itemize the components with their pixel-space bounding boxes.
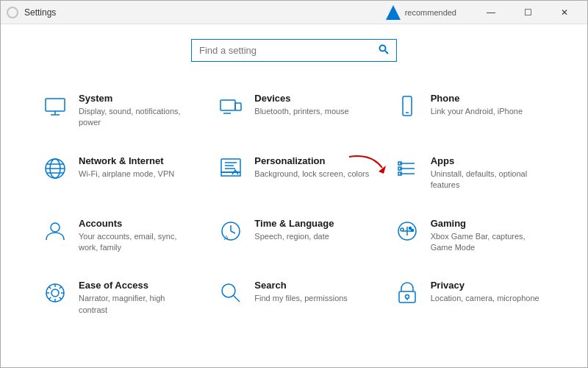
settings-logo-icon	[7, 7, 18, 18]
maximize-button[interactable]: ☐	[511, 1, 545, 24]
apps-icon	[394, 155, 420, 182]
setting-item-privacy[interactable]: Privacy Location, camera, microphone	[382, 266, 558, 329]
svg-point-36	[411, 229, 413, 231]
devices-icon	[218, 93, 244, 119]
personalization-icon	[218, 155, 244, 182]
setting-item-network[interactable]: Network & Internet Wi-Fi, airplane mode,…	[30, 142, 206, 205]
setting-item-apps[interactable]: Apps Uninstall, defaults, optional featu…	[382, 142, 558, 205]
setting-item-accounts[interactable]: Accounts Your accounts, email, sync, wor…	[30, 205, 206, 267]
setting-name-gaming: Gaming	[431, 218, 546, 229]
setting-desc-time: Speech, region, date	[254, 231, 370, 242]
system-icon	[42, 93, 68, 119]
setting-text-ease: Ease of Access Narrator, magnifier, high…	[79, 280, 194, 316]
setting-name-accounts: Accounts	[79, 218, 194, 229]
gaming-icon	[394, 218, 420, 244]
setting-text-personalization: Personalization Background, lock screen,…	[254, 155, 370, 180]
svg-point-0	[380, 46, 386, 52]
setting-desc-apps: Uninstall, defaults, optional features	[431, 169, 546, 191]
svg-line-1	[385, 51, 388, 54]
svg-point-51	[405, 295, 409, 299]
setting-name-time: Time & Language	[254, 218, 370, 229]
setting-desc-personalization: Background, lock screen, colors	[254, 169, 370, 180]
setting-name-network: Network & Internet	[79, 155, 194, 166]
setting-text-phone: Phone Link your Android, iPhone	[431, 93, 546, 117]
search-wrapper	[30, 24, 558, 79]
setting-text-network: Network & Internet Wi-Fi, airplane mode,…	[79, 155, 194, 180]
svg-line-44	[49, 287, 51, 289]
setting-name-system: System	[79, 93, 194, 104]
setting-item-personalization[interactable]: Personalization Background, lock screen,…	[206, 142, 381, 205]
setting-text-system: System Display, sound, notifications, po…	[79, 93, 194, 129]
svg-point-35	[409, 227, 411, 229]
setting-item-ease[interactable]: Ease of Access Narrator, magnifier, high…	[30, 266, 206, 329]
setting-name-apps: Apps	[431, 155, 546, 166]
svg-rect-50	[399, 291, 415, 302]
search-icon	[379, 44, 389, 57]
privacy-icon	[394, 280, 420, 306]
svg-rect-6	[235, 103, 241, 110]
title-bar: Settings recommended — ☐ ✕	[1, 1, 587, 24]
setting-desc-ease: Narrator, magnifier, high contrast	[79, 293, 194, 316]
setting-item-devices[interactable]: Devices Bluetooth, printers, mouse	[206, 79, 381, 142]
setting-text-devices: Devices Bluetooth, printers, mouse	[254, 93, 370, 117]
close-button[interactable]: ✕	[548, 1, 581, 24]
setting-desc-gaming: Xbox Game Bar, captures, Game Mode	[431, 231, 546, 254]
setting-text-apps: Apps Uninstall, defaults, optional featu…	[431, 155, 546, 191]
setting-name-personalization: Personalization	[254, 155, 370, 166]
svg-line-30	[231, 231, 235, 233]
setting-name-phone: Phone	[431, 93, 546, 104]
svg-point-27	[51, 223, 60, 232]
setting-name-privacy: Privacy	[431, 280, 546, 291]
svg-line-46	[60, 287, 62, 289]
setting-desc-phone: Link your Android, iPhone	[431, 106, 546, 117]
setting-text-time: Time & Language Speech, region, date	[254, 218, 370, 242]
setting-item-time[interactable]: A Time & Language Speech, region, date	[206, 205, 381, 267]
setting-text-gaming: Gaming Xbox Game Bar, captures, Game Mod…	[431, 218, 546, 254]
setting-desc-accounts: Your accounts, email, sync, work, family	[79, 231, 194, 254]
setting-item-system[interactable]: System Display, sound, notifications, po…	[30, 79, 206, 142]
ease-icon	[42, 280, 68, 306]
svg-rect-2	[46, 99, 65, 111]
setting-desc-search: Find my files, permissions	[254, 293, 370, 304]
svg-text:A: A	[224, 234, 229, 241]
title-bar-left: Settings	[7, 7, 56, 18]
setting-desc-network: Wi-Fi, airplane mode, VPN	[79, 169, 194, 180]
setting-desc-system: Display, sound, notifications, power	[79, 106, 194, 129]
phone-icon	[394, 93, 420, 119]
setting-item-gaming[interactable]: Gaming Xbox Game Bar, captures, Game Mod…	[382, 205, 558, 267]
recommended-icon	[386, 5, 401, 20]
svg-point-39	[51, 289, 59, 297]
app-title: Settings	[24, 7, 56, 18]
setting-item-search[interactable]: Search Find my files, permissions	[206, 266, 381, 329]
setting-name-ease: Ease of Access	[79, 280, 194, 291]
setting-text-privacy: Privacy Location, camera, microphone	[431, 280, 546, 304]
main-content: System Display, sound, notifications, po…	[1, 24, 587, 368]
setting-name-search: Search	[254, 280, 370, 291]
svg-line-45	[60, 297, 62, 300]
minimize-button[interactable]: —	[474, 1, 508, 24]
svg-line-49	[234, 296, 240, 302]
svg-rect-5	[220, 100, 235, 110]
setting-name-devices: Devices	[254, 93, 370, 104]
accounts-icon	[42, 218, 68, 244]
svg-point-37	[401, 228, 404, 231]
setting-text-accounts: Accounts Your accounts, email, sync, wor…	[79, 218, 194, 254]
setting-desc-devices: Bluetooth, printers, mouse	[254, 106, 370, 117]
search-input[interactable]	[199, 45, 379, 56]
search-bar-container[interactable]	[191, 39, 397, 62]
setting-text-search: Search Find my files, permissions	[254, 280, 370, 304]
setting-item-phone[interactable]: Phone Link your Android, iPhone	[382, 79, 558, 142]
title-bar-controls: recommended — ☐ ✕	[386, 1, 581, 24]
settings-grid: System Display, sound, notifications, po…	[30, 79, 558, 329]
recommended-area: recommended	[386, 5, 456, 20]
setting-desc-privacy: Location, camera, microphone	[431, 293, 546, 304]
svg-line-47	[49, 297, 51, 300]
time-icon: A	[218, 218, 244, 244]
network-icon	[42, 155, 68, 182]
svg-point-48	[222, 284, 235, 297]
search-icon	[218, 280, 244, 306]
recommended-text: recommended	[405, 8, 456, 17]
